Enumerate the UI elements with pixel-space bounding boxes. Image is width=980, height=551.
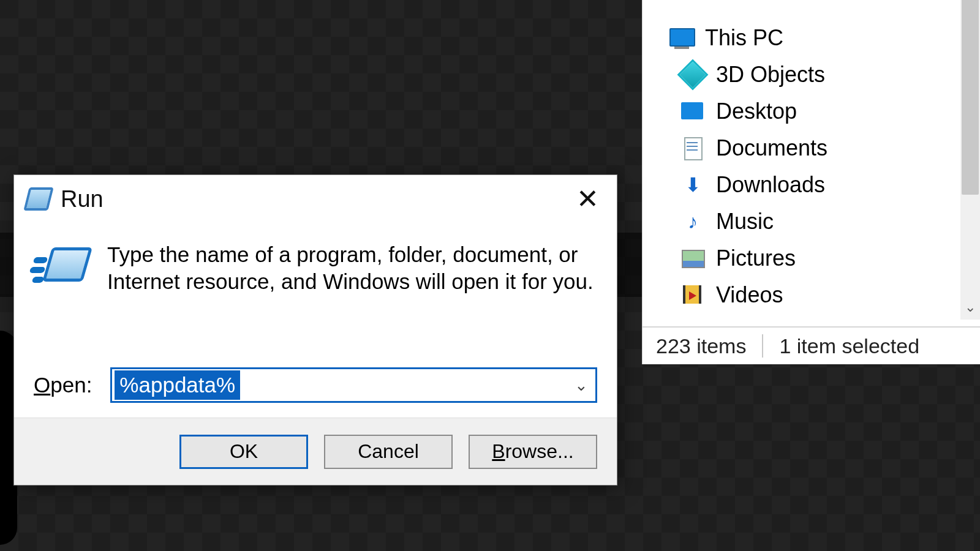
run-dialog: Run ✕ Type the name of a program, folder… bbox=[13, 174, 617, 485]
tree-item-label: Videos bbox=[716, 282, 783, 308]
download-arrow-icon: ⬇ bbox=[679, 171, 706, 198]
tree-item-label: Music bbox=[716, 209, 774, 234]
cancel-button[interactable]: Cancel bbox=[324, 435, 453, 469]
title-bar[interactable]: Run ✕ bbox=[14, 175, 617, 223]
tree-item-label: This PC bbox=[705, 25, 783, 51]
dialog-description: Type the name of a program, folder, docu… bbox=[107, 240, 597, 358]
scrollbar[interactable]: ⌄ bbox=[960, 0, 980, 320]
tree-item-pictures-quickaccess[interactable]: Pictures bbox=[643, 0, 980, 6]
close-button[interactable]: ✕ bbox=[569, 181, 606, 217]
chevron-down-icon[interactable]: ⌄ bbox=[575, 376, 588, 395]
scrollbar-thumb[interactable] bbox=[962, 0, 979, 195]
status-item-count: 223 items bbox=[656, 334, 746, 358]
tree-item-videos[interactable]: Videos bbox=[643, 277, 980, 313]
open-label: Open: bbox=[34, 373, 92, 397]
run-large-icon bbox=[34, 244, 90, 291]
tree-item-this-pc[interactable]: This PC bbox=[643, 20, 980, 56]
open-combobox[interactable]: %appdata% ⌄ bbox=[110, 367, 597, 403]
music-note-icon: ♪ bbox=[679, 208, 706, 235]
browse-button[interactable]: Browse... bbox=[469, 435, 597, 469]
document-icon bbox=[679, 135, 706, 162]
picture-icon bbox=[679, 245, 706, 272]
tree-item-pictures[interactable]: Pictures bbox=[643, 240, 980, 277]
scroll-down-icon[interactable]: ⌄ bbox=[960, 298, 980, 317]
tree-item-music[interactable]: ♪ Music bbox=[643, 203, 980, 240]
tree-item-label: 3D Objects bbox=[716, 62, 825, 88]
explorer-nav-pane: ⌄ Pictures This PC 3D Objects Desktop Do… bbox=[642, 0, 980, 364]
tree-item-3d-objects[interactable]: 3D Objects bbox=[643, 56, 980, 93]
cube-icon bbox=[679, 61, 706, 88]
ok-button[interactable]: OK bbox=[179, 435, 308, 469]
open-input-value[interactable]: %appdata% bbox=[115, 370, 240, 400]
status-separator bbox=[762, 334, 763, 358]
tree-item-label: Desktop bbox=[716, 99, 797, 124]
tree-item-label: Pictures bbox=[716, 246, 796, 271]
tree-item-desktop[interactable]: Desktop bbox=[643, 93, 980, 130]
tree-item-label: Downloads bbox=[716, 172, 825, 198]
computer-icon bbox=[668, 24, 695, 51]
desktop-icon bbox=[679, 98, 706, 125]
explorer-tree: ⌄ Pictures This PC 3D Objects Desktop Do… bbox=[643, 0, 980, 326]
status-bar: 223 items 1 item selected bbox=[643, 326, 980, 364]
run-app-icon bbox=[26, 187, 51, 211]
video-icon bbox=[679, 282, 706, 309]
tree-item-documents[interactable]: Documents bbox=[643, 130, 980, 167]
window-title: Run bbox=[61, 186, 104, 212]
dialog-button-row: OK Cancel Browse... bbox=[14, 418, 617, 485]
tree-item-label: Documents bbox=[716, 135, 827, 161]
tree-item-downloads[interactable]: ⬇ Downloads bbox=[643, 167, 980, 203]
status-selection: 1 item selected bbox=[779, 334, 919, 358]
